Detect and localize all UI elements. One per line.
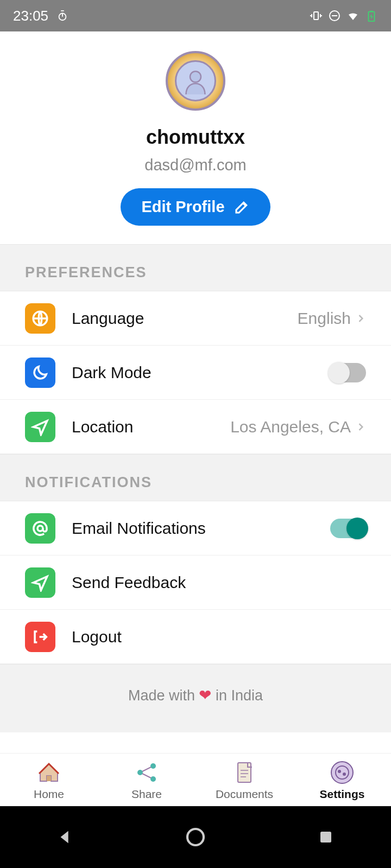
profile-username: chomuttxx <box>0 126 391 149</box>
logout-row[interactable]: Logout <box>0 610 391 664</box>
nav-home-button[interactable] <box>184 825 207 849</box>
chevron-right-icon <box>355 313 366 324</box>
svg-point-17 <box>187 829 204 845</box>
vibrate-icon <box>310 9 323 22</box>
document-icon <box>231 760 257 786</box>
footer-prefix: Made with <box>128 687 199 704</box>
footer-suffix: in India <box>211 687 263 704</box>
location-label: Location <box>72 418 230 436</box>
edit-profile-label: Edit Profile <box>141 198 224 216</box>
dark-mode-label: Dark Mode <box>72 363 330 382</box>
preferences-header: PREFERENCES <box>0 244 391 291</box>
chevron-right-icon <box>355 422 366 432</box>
tab-settings[interactable]: Settings <box>293 754 391 806</box>
send-feedback-row[interactable]: Send Feedback <box>0 556 391 610</box>
tab-home-label: Home <box>34 788 64 801</box>
avatar[interactable] <box>166 51 225 111</box>
tab-documents[interactable]: Documents <box>195 754 293 806</box>
svg-point-15 <box>338 770 341 773</box>
preferences-title: PREFERENCES <box>25 264 366 281</box>
email-notifications-row[interactable]: Email Notifications <box>0 501 391 556</box>
edit-profile-button[interactable]: Edit Profile <box>121 188 270 226</box>
svg-point-9 <box>137 770 143 775</box>
profile-section: chomuttxx dasd@mf.com Edit Profile <box>0 31 391 244</box>
tab-bar: Home Share Documents Settings <box>0 753 391 806</box>
moon-icon <box>25 358 55 388</box>
logout-label: Logout <box>72 628 366 646</box>
send-feedback-label: Send Feedback <box>72 573 366 592</box>
language-value: English <box>298 309 351 328</box>
email-notifications-toggle[interactable] <box>330 519 366 538</box>
wifi-icon <box>346 9 360 22</box>
email-notifications-label: Email Notifications <box>72 519 330 538</box>
dark-mode-row[interactable]: Dark Mode <box>0 346 391 400</box>
svg-rect-18 <box>320 832 331 843</box>
dnd-icon <box>328 9 341 22</box>
svg-rect-12 <box>238 763 251 782</box>
system-nav-bar <box>0 806 391 868</box>
svg-point-16 <box>343 773 346 776</box>
svg-rect-1 <box>314 12 318 20</box>
nav-back-button[interactable] <box>53 825 77 849</box>
settings-gear-icon <box>329 760 355 786</box>
location-row[interactable]: Location Los Angeles, CA <box>0 400 391 454</box>
language-row[interactable]: Language English <box>0 291 391 346</box>
navigation-icon <box>25 412 55 442</box>
profile-email: dasd@mf.com <box>0 156 391 174</box>
svg-point-10 <box>150 763 156 769</box>
footer-text: Made with ❤ in India <box>0 664 391 732</box>
svg-point-11 <box>150 776 156 782</box>
edit-icon <box>234 199 250 215</box>
battery-charging-icon <box>365 9 378 22</box>
tab-home[interactable]: Home <box>0 754 98 806</box>
location-value: Los Angeles, CA <box>230 418 351 436</box>
svg-point-5 <box>190 72 201 82</box>
language-label: Language <box>72 309 298 328</box>
svg-rect-4 <box>370 11 373 12</box>
notifications-title: NOTIFICATIONS <box>25 474 366 491</box>
logout-icon <box>25 622 55 652</box>
svg-point-13 <box>331 762 353 783</box>
tab-documents-label: Documents <box>216 788 273 801</box>
avatar-person-icon <box>182 67 209 94</box>
home-icon <box>36 760 62 786</box>
svg-rect-8 <box>47 776 51 781</box>
send-icon <box>25 567 55 598</box>
globe-icon <box>25 303 55 334</box>
notifications-header: NOTIFICATIONS <box>0 454 391 501</box>
dark-mode-toggle[interactable] <box>330 363 366 382</box>
at-sign-icon <box>25 513 55 544</box>
tab-share-label: Share <box>131 788 162 801</box>
tab-settings-label: Settings <box>320 788 365 801</box>
share-icon <box>134 760 160 786</box>
timer-icon <box>56 9 69 22</box>
nav-recent-button[interactable] <box>314 825 338 849</box>
status-bar: 23:05 <box>0 0 391 31</box>
heart-icon: ❤ <box>199 687 211 704</box>
status-time: 23:05 <box>13 8 48 24</box>
tab-share[interactable]: Share <box>98 754 195 806</box>
